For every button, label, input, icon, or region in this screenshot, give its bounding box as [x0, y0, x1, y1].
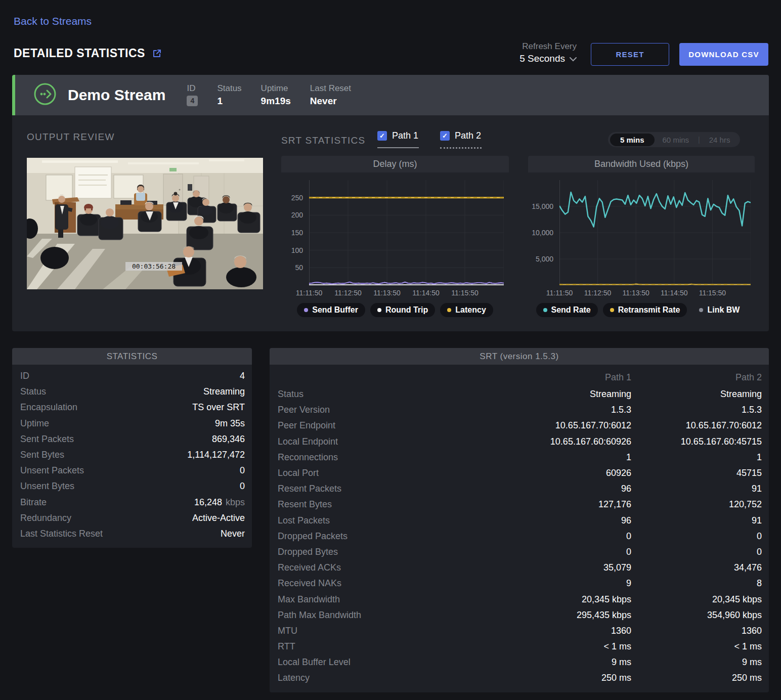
checkbox-checked-icon: ✓: [377, 131, 387, 141]
path-checkbox-1[interactable]: ✓Path 1: [377, 130, 419, 141]
table-row: Resent Packets9691: [270, 481, 769, 497]
y-tick-label: 15,000: [528, 202, 553, 210]
path-label: Path 2: [455, 130, 481, 141]
chevron-down-icon: [570, 53, 577, 64]
table-row: Local Buffer Level9 ms9 ms: [270, 654, 769, 670]
table-row: Dropped Packets00: [270, 529, 769, 544]
table-row: StatusStreamingStreaming: [270, 386, 769, 402]
page-title-row: DETAILED STATISTICS: [14, 47, 162, 60]
srt-card: SRT (version 1.5.3) Path 1 Path 2 Status…: [270, 348, 769, 692]
stream-field: ID4: [187, 83, 198, 107]
y-tick-label: 200: [281, 211, 303, 219]
tab-5-mins[interactable]: 5 mins: [610, 134, 655, 146]
legend-latency[interactable]: Latency: [440, 303, 493, 317]
legend-link-bw[interactable]: Link BW: [692, 303, 747, 317]
stream-icon: [33, 82, 57, 108]
back-to-streams-link[interactable]: Back to Streams: [14, 15, 92, 27]
checkbox-checked-icon: ✓: [440, 131, 450, 141]
x-tick-label: 11:15:50: [699, 289, 726, 297]
bandwidth-chart: Bandwidth Used (kbps) 5,00010,00015,000 …: [528, 156, 755, 317]
refresh-every-label: Refresh Every: [519, 41, 577, 52]
external-link-icon[interactable]: [152, 49, 162, 58]
tab-24-hrs[interactable]: 24 hrs: [701, 134, 739, 146]
table-row: Uptime9m 35s: [12, 416, 252, 431]
x-tick-label: 11:13:50: [373, 289, 400, 297]
x-tick-label: 11:12:50: [584, 289, 611, 297]
y-tick-label: 150: [281, 229, 303, 237]
path-toggles: ✓Path 1✓Path 2: [377, 130, 482, 149]
legend-send-buffer[interactable]: Send Buffer: [297, 303, 365, 317]
download-csv-button[interactable]: DOWNLOAD CSV: [679, 43, 768, 66]
stream-field: Uptime9m19s: [261, 83, 291, 107]
legend-dot-icon: [610, 308, 614, 312]
table-row: Unsent Bytes0: [12, 478, 252, 494]
table-row: Max Bandwidth20,345 kbps20,345 kbps: [270, 591, 769, 607]
output-review-title: OUTPUT REVIEW: [27, 132, 115, 143]
path-toggle-1: ✓Path 1: [377, 130, 419, 149]
y-tick-label: 250: [281, 194, 303, 202]
stream-header: Demo Stream ID4Status1Uptime9m19sLast Re…: [12, 75, 769, 115]
statistics-card-title: STATISTICS: [12, 348, 252, 365]
bandwidth-chart-plot: 5,00010,00015,000: [528, 172, 755, 288]
table-row: Path Max Bandwidth295,435 kbps354,960 kb…: [270, 607, 769, 623]
y-tick-label: 100: [281, 246, 303, 254]
delay-chart-plot: 50100150200250: [281, 172, 509, 288]
table-row: Local Endpoint10.65.167.60:6092610.65.16…: [270, 434, 769, 450]
bandwidth-chart-title: Bandwidth Used (kbps): [528, 156, 755, 172]
path-line-style-indicator: [377, 147, 419, 148]
legend-round-trip[interactable]: Round Trip: [370, 303, 435, 317]
table-row: Sent Packets869,346: [12, 431, 252, 447]
table-row: Bitrate16,248kbps: [12, 495, 252, 510]
srt-col-path2: Path 2: [631, 372, 762, 383]
delay-chart-legend: Send BufferRound TripLatency: [281, 303, 509, 317]
output-preview-scene: 00:03:56:28: [27, 158, 263, 289]
table-row: Resent Bytes127,176120,752: [270, 497, 769, 512]
stream-name: Demo Stream: [68, 86, 165, 104]
stream-field: Status1: [217, 83, 241, 107]
stream-field: Last ResetNever: [310, 83, 351, 107]
legend-dot-icon: [304, 308, 308, 312]
table-row: Reconnections11: [270, 450, 769, 465]
table-row: RTT< 1 ms< 1 ms: [270, 639, 769, 654]
legend-dot-icon: [699, 308, 703, 312]
table-row: Received ACKs35,07934,476: [270, 560, 769, 576]
table-row: Lost Packets9691: [270, 513, 769, 529]
table-row: Local Port6092645715: [270, 465, 769, 481]
statistics-rows: ID4StatusStreamingEncapsulationTS over S…: [12, 365, 252, 548]
delay-chart-title: Delay (ms): [281, 156, 509, 172]
legend-dot-icon: [447, 308, 451, 312]
srt-col-path1: Path 1: [447, 372, 631, 383]
tab-60-mins[interactable]: 60 mins: [655, 134, 698, 146]
table-row: Received NAKs98: [270, 576, 769, 591]
video-timecode: 00:03:56:28: [132, 262, 176, 270]
legend-retransmit-rate[interactable]: Retransmit Rate: [603, 303, 687, 317]
x-tick-label: 11:14:50: [661, 289, 687, 297]
x-tick-label: 11:14:50: [412, 289, 439, 297]
table-row: Sent Bytes1,114,127,472: [12, 447, 252, 463]
refresh-interval-select[interactable]: 5 Seconds: [519, 53, 577, 64]
y-tick-label: 10,000: [528, 229, 553, 237]
bandwidth-chart-legend: Send RateRetransmit RateLink BW: [528, 303, 755, 317]
srt-card-title: SRT (version 1.5.3): [270, 348, 769, 365]
delay-chart: Delay (ms) 50100150200250 11:11:5011:12:…: [281, 156, 509, 317]
x-tick-label: 11:13:50: [622, 289, 649, 297]
stream-panel: Demo Stream ID4Status1Uptime9m19sLast Re…: [12, 75, 769, 331]
table-row: MTU13601360: [270, 623, 769, 639]
x-tick-label: 11:15:50: [451, 289, 478, 297]
bandwidth-chart-x-axis: 11:11:5011:12:5011:13:5011:14:5011:15:50: [528, 288, 755, 298]
output-preview-video: 00:03:56:28: [27, 158, 263, 289]
path-label: Path 1: [392, 130, 418, 141]
y-tick-label: 50: [281, 264, 303, 272]
detailed-statistics-page: Back to Streams DETAILED STATISTICS Refr…: [0, 0, 781, 700]
table-row: Latency250 ms250 ms: [270, 670, 769, 686]
legend-send-rate[interactable]: Send Rate: [536, 303, 598, 317]
reset-button[interactable]: RESET: [591, 43, 669, 66]
page-title: DETAILED STATISTICS: [14, 47, 145, 60]
table-row: Unsent Packets0: [12, 463, 252, 478]
table-row: Peer Endpoint10.65.167.70:601210.65.167.…: [270, 418, 769, 433]
statistics-card: STATISTICS ID4StatusStreamingEncapsulati…: [12, 348, 252, 548]
path-checkbox-2[interactable]: ✓Path 2: [440, 130, 482, 141]
delay-chart-x-axis: 11:11:5011:12:5011:13:5011:14:5011:15:50: [281, 288, 509, 298]
x-tick-label: 11:11:50: [546, 289, 573, 297]
table-row: EncapsulationTS over SRT: [12, 400, 252, 415]
